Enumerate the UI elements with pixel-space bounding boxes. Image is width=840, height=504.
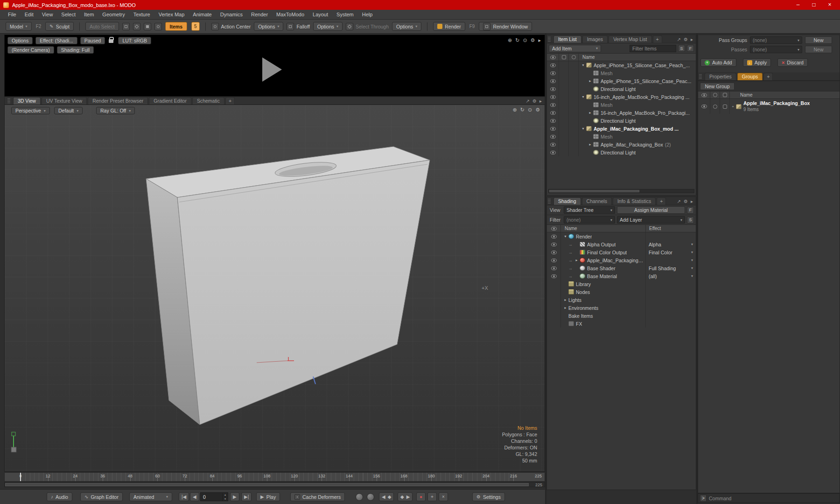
action-center-selector[interactable]: Action Center xyxy=(211,23,251,30)
visibility-cell[interactable] xyxy=(547,117,559,125)
tab-channels[interactable]: Channels xyxy=(582,197,612,205)
s-button[interactable]: S xyxy=(687,217,694,224)
eye-icon[interactable] xyxy=(550,103,556,107)
item-row[interactable]: Mesh xyxy=(547,69,696,77)
frame-input[interactable] xyxy=(201,494,222,500)
expander-icon[interactable]: ▾ xyxy=(562,234,568,238)
effect-dropdown-icon[interactable]: ▾ xyxy=(688,258,696,262)
item-row[interactable]: ▸16-inch_Apple_MacBook_Pro_Packagi... xyxy=(547,109,696,117)
expand-icon[interactable]: ↗ xyxy=(677,37,681,42)
gear-icon[interactable]: ⚙ xyxy=(532,98,537,104)
menu-select[interactable]: Select xyxy=(57,10,80,19)
shader-row[interactable]: Library xyxy=(547,280,696,288)
zoom-icon[interactable]: ⊙ xyxy=(523,37,527,43)
add-tab-button[interactable]: + xyxy=(225,97,235,105)
cache-deformers-button[interactable]: Cache Deformers xyxy=(290,492,345,501)
group-row[interactable]: + Apple_iMac_Packaging_Box 9 Items xyxy=(698,99,840,114)
eye-icon[interactable] xyxy=(550,135,556,139)
eye-icon[interactable] xyxy=(551,259,557,262)
timeline-scroll-handle[interactable] xyxy=(5,483,529,486)
menu-view[interactable]: View xyxy=(38,10,57,19)
item-row[interactable]: Mesh xyxy=(547,101,696,109)
shader-row[interactable]: Bake Items xyxy=(547,312,696,320)
model-layout-button[interactable]: Model ▾ xyxy=(6,22,32,31)
maximize-button[interactable]: □ xyxy=(807,0,821,9)
eye-icon[interactable] xyxy=(550,71,556,75)
next-frame-button[interactable]: ▶ xyxy=(230,492,239,501)
actor-icon-button[interactable] xyxy=(356,493,363,501)
goto-end-button[interactable]: ▶| xyxy=(241,492,252,501)
effect-dropdown-icon[interactable]: ▾ xyxy=(688,250,696,254)
lock-column-header[interactable] xyxy=(559,54,569,61)
eye-icon[interactable] xyxy=(550,151,556,154)
pan-icon[interactable]: ⊕ xyxy=(508,37,512,43)
apply-button[interactable]: ↓ Apply xyxy=(743,58,771,67)
item-row[interactable]: ▸Apple_iMac_Packaging_Box(2) xyxy=(547,140,696,148)
shader-row[interactable]: ▸Environments xyxy=(547,304,696,312)
expander-icon[interactable]: ▾ xyxy=(580,95,586,99)
prev-frame-button[interactable]: ◀ xyxy=(190,492,199,501)
eye-icon[interactable] xyxy=(550,143,556,147)
item-list-hscrollbar[interactable] xyxy=(548,189,694,193)
panel-arrow-icon[interactable]: ▸ xyxy=(691,37,693,42)
visibility-cell[interactable] xyxy=(547,125,559,133)
frame-spinner[interactable]: ▾▾ xyxy=(222,493,228,501)
add-tab-button[interactable]: + xyxy=(763,73,773,80)
group-name[interactable]: Apple_iMac_Packaging_Box xyxy=(743,100,810,106)
action-center-options-button[interactable]: Options ▾ xyxy=(254,22,283,31)
shader-row[interactable]: ▾Render xyxy=(547,232,696,240)
menu-edit[interactable]: Edit xyxy=(21,10,38,19)
zoom-icon[interactable]: ⊙ xyxy=(528,106,532,113)
visibility-cell[interactable] xyxy=(547,61,559,69)
visibility-cell[interactable] xyxy=(547,256,561,264)
preview-paused-button[interactable]: Paused xyxy=(80,37,105,44)
visibility-cell[interactable] xyxy=(547,85,559,93)
visibility-cell[interactable] xyxy=(547,77,559,85)
tab-shading[interactable]: Shading xyxy=(553,197,581,205)
render-cell[interactable] xyxy=(720,99,730,114)
shader-row[interactable]: →Final Color OutputFinal Color▾ xyxy=(547,248,696,256)
tab-grip[interactable] xyxy=(699,74,702,79)
polygons-mode-icon[interactable] xyxy=(144,23,151,30)
current-frame-field[interactable]: ▾▾ xyxy=(200,492,228,501)
menu-maxtomodo[interactable]: MaxToModo xyxy=(272,10,308,19)
box-front-face[interactable] xyxy=(177,160,430,425)
menu-vertex-map[interactable]: Vertex Map xyxy=(154,10,189,19)
gear-icon[interactable]: ⚙ xyxy=(535,106,540,113)
visibility-cell[interactable] xyxy=(547,264,561,272)
gear-icon[interactable]: ⚙ xyxy=(684,37,688,42)
render-button[interactable]: Render xyxy=(433,22,465,31)
menu-file[interactable]: File xyxy=(4,10,21,19)
shading-full-button[interactable]: Shading: Full xyxy=(57,46,94,54)
preview-lut-button[interactable]: LUT: sRGB xyxy=(118,37,151,44)
tab-uv-texture-view[interactable]: UV Texture View xyxy=(42,97,87,105)
timeline-playhead[interactable] xyxy=(20,473,21,481)
visibility-cell[interactable] xyxy=(547,148,559,156)
items-mode-button[interactable]: Items xyxy=(165,22,187,31)
new-group-button[interactable]: New Group xyxy=(700,83,735,90)
item-row[interactable]: ▾Apple_iMac_Packaging_Box_mod ... xyxy=(547,125,696,133)
minimize-button[interactable]: – xyxy=(791,0,805,9)
eye-icon[interactable] xyxy=(550,79,556,83)
visibility-cell[interactable] xyxy=(547,93,559,101)
menu-animate[interactable]: Animate xyxy=(189,10,216,19)
menu-texture[interactable]: Texture xyxy=(129,10,154,19)
auto-add-button[interactable]: + Auto Add xyxy=(700,58,736,67)
preview-effect-button[interactable]: Effect: (Shadi... xyxy=(35,37,77,44)
packaging-box-mesh[interactable] xyxy=(146,147,430,425)
render-preview-panel[interactable]: Options Effect: (Shadi... Paused LUT: sR… xyxy=(4,35,545,97)
tab-render-preset-browser[interactable]: Render Preset Browser xyxy=(88,97,148,105)
shader-row[interactable]: FX xyxy=(547,320,696,328)
orbit-icon[interactable]: ↻ xyxy=(520,106,525,113)
play-overlay-icon[interactable] xyxy=(262,57,282,82)
animated-dropdown[interactable]: Animated ▾ xyxy=(129,492,172,501)
command-prompt-icon[interactable]: > xyxy=(700,495,707,502)
tab-properties[interactable]: Properties xyxy=(705,73,736,80)
tab-schematic[interactable]: Schematic xyxy=(192,97,224,105)
eye-icon[interactable] xyxy=(551,243,557,246)
menu-system[interactable]: System xyxy=(332,10,358,19)
visibility-column-header[interactable] xyxy=(698,91,710,98)
visibility-cell[interactable] xyxy=(547,133,559,140)
name-column-header[interactable]: Name xyxy=(579,55,595,60)
menu-dynamics[interactable]: Dynamics xyxy=(216,10,247,19)
